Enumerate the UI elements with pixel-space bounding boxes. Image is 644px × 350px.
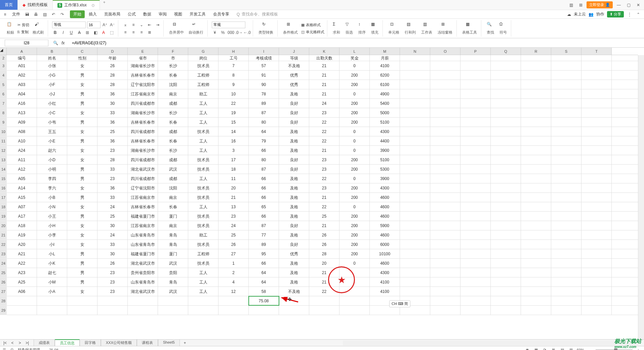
data-cell[interactable] — [460, 80, 491, 89]
data-cell[interactable]: 23 — [309, 108, 339, 117]
data-cell[interactable]: 87 — [249, 108, 279, 117]
data-cell[interactable]: 4600 — [370, 259, 400, 268]
data-cell[interactable]: 吉林省长春市 — [128, 118, 158, 127]
data-cell[interactable] — [279, 306, 309, 315]
data-cell[interactable] — [460, 108, 491, 117]
zoom-out-icon[interactable]: − — [587, 347, 593, 350]
increase-font-icon[interactable]: A⁺ — [102, 22, 108, 28]
data-cell[interactable]: A17 — [7, 212, 37, 221]
more-icon[interactable]: ⋮ — [627, 11, 633, 17]
data-cell[interactable] — [491, 108, 521, 117]
data-cell[interactable] — [491, 155, 521, 164]
data-cell[interactable]: 28 — [309, 249, 339, 258]
data-cell[interactable] — [400, 183, 430, 192]
column-header[interactable]: G — [188, 48, 218, 55]
data-cell[interactable]: 33 — [97, 165, 128, 174]
data-cell[interactable]: 17 — [218, 155, 249, 164]
data-cell[interactable] — [581, 249, 612, 258]
data-cell[interactable] — [339, 268, 370, 277]
data-cell[interactable] — [460, 259, 491, 268]
data-cell[interactable] — [339, 277, 370, 287]
data-cell[interactable] — [339, 306, 370, 315]
data-cell[interactable]: A07 — [7, 202, 37, 211]
data-cell[interactable] — [551, 99, 581, 108]
data-cell[interactable] — [521, 155, 551, 164]
data-cell[interactable]: A11 — [7, 155, 37, 164]
data-cell[interactable] — [400, 108, 430, 117]
column-header[interactable]: I — [249, 48, 279, 55]
column-header[interactable]: S — [551, 48, 581, 55]
column-header[interactable]: K — [309, 48, 339, 55]
maximize-button[interactable]: ▢ — [625, 1, 633, 9]
data-cell[interactable]: 23 — [309, 165, 339, 174]
data-cell[interactable] — [551, 80, 581, 89]
row-header[interactable]: 18 — [0, 202, 7, 212]
data-cell[interactable] — [400, 268, 430, 277]
column-header[interactable]: C — [67, 48, 97, 55]
data-cell[interactable]: 不及格 — [279, 61, 309, 70]
data-cell[interactable] — [460, 61, 491, 70]
data-cell[interactable] — [430, 127, 460, 136]
row-header[interactable]: 29 — [0, 306, 7, 315]
sheet-button[interactable]: ▥工作表 — [420, 22, 434, 35]
data-cell[interactable]: 女 — [67, 80, 97, 89]
data-cell[interactable]: 89 — [249, 99, 279, 108]
font-size-select[interactable] — [87, 21, 100, 28]
header-cell[interactable]: 奖金 — [339, 55, 370, 61]
data-cell[interactable] — [491, 71, 521, 80]
data-cell[interactable]: 长春 — [158, 71, 188, 80]
data-cell[interactable] — [581, 296, 612, 305]
data-cell[interactable]: 30 — [97, 249, 128, 258]
data-cell[interactable] — [430, 71, 460, 80]
underline-icon[interactable]: U — [68, 30, 74, 36]
data-cell[interactable] — [581, 268, 612, 277]
data-cell[interactable]: 吉林省长春市 — [128, 202, 158, 211]
data-cell[interactable]: 18 — [218, 165, 249, 174]
data-cell[interactable]: 男 — [67, 249, 97, 258]
data-cell[interactable] — [521, 174, 551, 183]
data-cell[interactable]: 87 — [249, 165, 279, 174]
data-cell[interactable]: 山东省青岛市 — [128, 230, 158, 239]
header-cell[interactable]: 年龄 — [97, 55, 128, 61]
data-cell[interactable]: 湖北省武汉市 — [128, 259, 158, 268]
table-style-button[interactable]: ▦表格样式 — [301, 22, 324, 28]
data-cell[interactable]: 工人 — [188, 99, 218, 108]
sheet-tab[interactable]: 成绩表 — [34, 339, 55, 346]
decrease-font-icon[interactable]: A⁻ — [109, 22, 115, 28]
header-cell[interactable]: 省市 — [128, 55, 158, 61]
data-cell[interactable] — [158, 306, 188, 315]
data-cell[interactable] — [521, 249, 551, 258]
data-cell[interactable]: 良好 — [279, 108, 309, 117]
data-cell[interactable]: 武汉 — [158, 165, 188, 174]
data-cell[interactable] — [491, 287, 521, 296]
data-cell[interactable]: 26 — [97, 259, 128, 268]
data-cell[interactable]: 4600 — [370, 230, 400, 239]
data-cell[interactable]: 厦门 — [158, 212, 188, 221]
select-all-corner[interactable]: ◢ — [0, 48, 7, 55]
collapse-ribbon-icon[interactable]: ⌃ — [635, 11, 641, 17]
data-cell[interactable]: 青岛 — [158, 230, 188, 239]
data-cell[interactable]: 25 — [97, 127, 128, 136]
data-cell[interactable] — [521, 71, 551, 80]
data-cell[interactable] — [581, 61, 612, 70]
data-cell[interactable] — [521, 296, 551, 305]
header-cell[interactable]: 姓名 — [37, 55, 67, 61]
sheet-nav-last[interactable]: >| — [24, 340, 30, 346]
data-cell[interactable]: 200 — [339, 165, 370, 174]
data-cell[interactable]: 湖北省武汉市 — [128, 287, 158, 296]
data-cell[interactable] — [97, 306, 128, 315]
table-tools-button[interactable]: ▦表格工具 — [461, 22, 478, 35]
wrap-button[interactable]: ↵自动换行 — [187, 22, 205, 35]
data-cell[interactable]: 4600 — [370, 202, 400, 211]
data-cell[interactable]: 女 — [67, 146, 97, 155]
data-cell[interactable]: 小A — [37, 287, 67, 296]
data-cell[interactable]: 27 — [218, 249, 249, 258]
data-cell[interactable]: 58 — [249, 287, 279, 296]
sheet-tab[interactable]: 田字格 — [80, 339, 101, 346]
sum-button[interactable]: Σ求和 — [331, 22, 341, 35]
sort-button[interactable]: ↕排序 — [357, 22, 367, 35]
data-cell[interactable]: 66 — [249, 259, 279, 268]
data-cell[interactable]: 赵六 — [37, 146, 67, 155]
data-cell[interactable] — [551, 306, 581, 315]
data-cell[interactable]: 及格 — [279, 174, 309, 183]
